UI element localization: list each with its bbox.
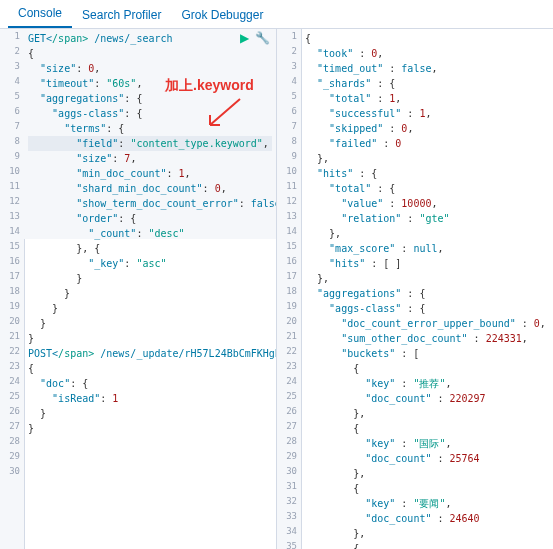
request-pane: ▶ 🔧 123456789101112131415161718192021222…: [0, 29, 277, 549]
tab-grok-debugger[interactable]: Grok Debugger: [171, 2, 273, 28]
request-tools: ▶ 🔧: [240, 31, 270, 45]
response-pane: 1234567891011121314151617181920212223242…: [277, 29, 553, 549]
tabs-bar: Console Search Profiler Grok Debugger: [0, 0, 553, 29]
response-viewer[interactable]: { "took" : 0, "timed_out" : false, "_sha…: [301, 29, 553, 549]
wrench-icon[interactable]: 🔧: [255, 31, 270, 45]
tab-search-profiler[interactable]: Search Profiler: [72, 2, 171, 28]
tab-console[interactable]: Console: [8, 0, 72, 28]
right-gutter: 1234567891011121314151617181920212223242…: [277, 29, 302, 549]
request-editor[interactable]: GET</span> /news/_search{ "size": 0, "ti…: [24, 29, 276, 549]
left-gutter: 1234567891011121314151617181920212223242…: [0, 29, 25, 549]
split-panes: ▶ 🔧 123456789101112131415161718192021222…: [0, 29, 553, 549]
play-icon[interactable]: ▶: [240, 31, 249, 45]
